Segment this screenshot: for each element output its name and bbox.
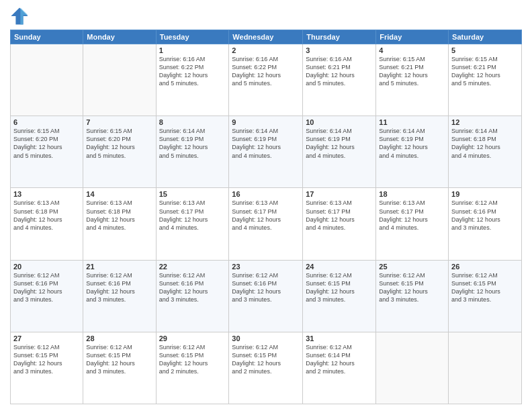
day-info: Sunrise: 6:13 AM Sunset: 6:17 PM Dayligh… (232, 199, 300, 232)
week-row-0: 1Sunrise: 6:16 AM Sunset: 6:22 PM Daylig… (11, 44, 522, 116)
day-info: Sunrise: 6:12 AM Sunset: 6:15 PM Dayligh… (13, 343, 80, 376)
day-number: 22 (159, 263, 226, 271)
day-number: 28 (86, 334, 152, 342)
day-info: Sunrise: 6:14 AM Sunset: 6:19 PM Dayligh… (159, 127, 226, 160)
day-number: 21 (86, 263, 152, 271)
calendar-cell: 23Sunrise: 6:12 AM Sunset: 6:16 PM Dayli… (229, 260, 303, 332)
day-number: 3 (306, 46, 373, 54)
day-number: 19 (451, 190, 519, 198)
day-number: 9 (232, 118, 300, 126)
weekday-header-thursday: Thursday (303, 30, 376, 44)
calendar-cell: 8Sunrise: 6:14 AM Sunset: 6:19 PM Daylig… (156, 116, 229, 188)
day-number: 27 (13, 334, 80, 342)
day-number: 2 (232, 46, 300, 54)
day-info: Sunrise: 6:14 AM Sunset: 6:18 PM Dayligh… (451, 127, 519, 160)
week-row-3: 20Sunrise: 6:12 AM Sunset: 6:16 PM Dayli… (11, 260, 522, 332)
calendar-cell: 6Sunrise: 6:15 AM Sunset: 6:20 PM Daylig… (11, 116, 83, 188)
calendar-cell: 15Sunrise: 6:13 AM Sunset: 6:17 PM Dayli… (156, 188, 229, 260)
calendar-cell: 28Sunrise: 6:12 AM Sunset: 6:15 PM Dayli… (83, 332, 156, 404)
calendar-cell: 21Sunrise: 6:12 AM Sunset: 6:16 PM Dayli… (83, 260, 156, 332)
day-info: Sunrise: 6:12 AM Sunset: 6:15 PM Dayligh… (159, 343, 226, 376)
weekday-header-sunday: Sunday (11, 30, 83, 44)
day-number: 14 (86, 190, 152, 198)
day-info: Sunrise: 6:13 AM Sunset: 6:17 PM Dayligh… (379, 199, 445, 232)
day-info: Sunrise: 6:14 AM Sunset: 6:19 PM Dayligh… (232, 127, 300, 160)
calendar-cell: 26Sunrise: 6:12 AM Sunset: 6:15 PM Dayli… (449, 260, 522, 332)
day-number: 23 (232, 263, 300, 271)
calendar-cell: 31Sunrise: 6:12 AM Sunset: 6:14 PM Dayli… (303, 332, 376, 404)
logo (10, 7, 32, 26)
week-row-1: 6Sunrise: 6:15 AM Sunset: 6:20 PM Daylig… (11, 116, 522, 188)
day-number: 8 (159, 118, 226, 126)
day-number: 24 (306, 263, 373, 271)
day-number: 20 (13, 263, 80, 271)
day-number: 11 (379, 118, 445, 126)
day-number: 5 (451, 46, 519, 54)
calendar-cell: 2Sunrise: 6:16 AM Sunset: 6:22 PM Daylig… (229, 44, 303, 116)
calendar-cell: 3Sunrise: 6:16 AM Sunset: 6:21 PM Daylig… (303, 44, 376, 116)
day-info: Sunrise: 6:12 AM Sunset: 6:16 PM Dayligh… (13, 271, 80, 304)
weekday-header-saturday: Saturday (449, 30, 522, 44)
calendar-cell: 12Sunrise: 6:14 AM Sunset: 6:18 PM Dayli… (449, 116, 522, 188)
calendar-cell: 4Sunrise: 6:15 AM Sunset: 6:21 PM Daylig… (376, 44, 449, 116)
calendar-cell: 11Sunrise: 6:14 AM Sunset: 6:19 PM Dayli… (376, 116, 449, 188)
day-number: 26 (451, 263, 519, 271)
calendar-cell: 7Sunrise: 6:15 AM Sunset: 6:20 PM Daylig… (83, 116, 156, 188)
day-number: 30 (232, 334, 300, 342)
calendar: SundayMondayTuesdayWednesdayThursdayFrid… (10, 30, 522, 404)
page: SundayMondayTuesdayWednesdayThursdayFrid… (0, 0, 532, 411)
calendar-cell (11, 44, 83, 116)
day-number: 4 (379, 46, 445, 54)
calendar-cell: 18Sunrise: 6:13 AM Sunset: 6:17 PM Dayli… (376, 188, 449, 260)
day-info: Sunrise: 6:15 AM Sunset: 6:20 PM Dayligh… (13, 127, 80, 160)
day-number: 13 (13, 190, 80, 198)
day-info: Sunrise: 6:16 AM Sunset: 6:21 PM Dayligh… (306, 55, 373, 88)
day-number: 1 (159, 46, 226, 54)
week-row-2: 13Sunrise: 6:13 AM Sunset: 6:18 PM Dayli… (11, 188, 522, 260)
day-info: Sunrise: 6:15 AM Sunset: 6:21 PM Dayligh… (379, 55, 445, 88)
calendar-cell (376, 332, 449, 404)
day-info: Sunrise: 6:16 AM Sunset: 6:22 PM Dayligh… (232, 55, 300, 88)
day-number: 7 (86, 118, 152, 126)
day-info: Sunrise: 6:15 AM Sunset: 6:21 PM Dayligh… (451, 55, 519, 88)
day-info: Sunrise: 6:12 AM Sunset: 6:15 PM Dayligh… (451, 271, 519, 304)
day-info: Sunrise: 6:12 AM Sunset: 6:16 PM Dayligh… (159, 271, 226, 304)
weekday-header-row: SundayMondayTuesdayWednesdayThursdayFrid… (11, 30, 522, 44)
calendar-cell (449, 332, 522, 404)
week-row-4: 27Sunrise: 6:12 AM Sunset: 6:15 PM Dayli… (11, 332, 522, 404)
weekday-header-wednesday: Wednesday (229, 30, 303, 44)
calendar-cell: 27Sunrise: 6:12 AM Sunset: 6:15 PM Dayli… (11, 332, 83, 404)
calendar-cell: 29Sunrise: 6:12 AM Sunset: 6:15 PM Dayli… (156, 332, 229, 404)
day-info: Sunrise: 6:15 AM Sunset: 6:20 PM Dayligh… (86, 127, 152, 160)
day-info: Sunrise: 6:12 AM Sunset: 6:16 PM Dayligh… (232, 271, 300, 304)
calendar-cell: 10Sunrise: 6:14 AM Sunset: 6:19 PM Dayli… (303, 116, 376, 188)
weekday-header-tuesday: Tuesday (156, 30, 229, 44)
day-number: 25 (379, 263, 445, 271)
day-info: Sunrise: 6:12 AM Sunset: 6:14 PM Dayligh… (306, 343, 373, 376)
day-info: Sunrise: 6:16 AM Sunset: 6:22 PM Dayligh… (159, 55, 226, 88)
weekday-header-monday: Monday (83, 30, 156, 44)
day-number: 10 (306, 118, 373, 126)
calendar-cell: 5Sunrise: 6:15 AM Sunset: 6:21 PM Daylig… (449, 44, 522, 116)
calendar-cell (83, 44, 156, 116)
day-info: Sunrise: 6:13 AM Sunset: 6:18 PM Dayligh… (86, 199, 152, 232)
calendar-cell: 13Sunrise: 6:13 AM Sunset: 6:18 PM Dayli… (11, 188, 83, 260)
day-info: Sunrise: 6:12 AM Sunset: 6:15 PM Dayligh… (232, 343, 300, 376)
logo-icon (10, 7, 29, 26)
calendar-cell: 16Sunrise: 6:13 AM Sunset: 6:17 PM Dayli… (229, 188, 303, 260)
day-number: 6 (13, 118, 80, 126)
day-info: Sunrise: 6:12 AM Sunset: 6:16 PM Dayligh… (451, 199, 519, 232)
day-info: Sunrise: 6:12 AM Sunset: 6:15 PM Dayligh… (86, 343, 152, 376)
calendar-cell: 22Sunrise: 6:12 AM Sunset: 6:16 PM Dayli… (156, 260, 229, 332)
day-info: Sunrise: 6:14 AM Sunset: 6:19 PM Dayligh… (379, 127, 445, 160)
calendar-cell: 17Sunrise: 6:13 AM Sunset: 6:17 PM Dayli… (303, 188, 376, 260)
day-info: Sunrise: 6:12 AM Sunset: 6:15 PM Dayligh… (379, 271, 445, 304)
day-info: Sunrise: 6:14 AM Sunset: 6:19 PM Dayligh… (306, 127, 373, 160)
day-info: Sunrise: 6:12 AM Sunset: 6:16 PM Dayligh… (86, 271, 152, 304)
weekday-header-friday: Friday (376, 30, 449, 44)
day-number: 12 (451, 118, 519, 126)
calendar-cell: 25Sunrise: 6:12 AM Sunset: 6:15 PM Dayli… (376, 260, 449, 332)
header (10, 7, 522, 26)
calendar-cell: 9Sunrise: 6:14 AM Sunset: 6:19 PM Daylig… (229, 116, 303, 188)
day-info: Sunrise: 6:12 AM Sunset: 6:15 PM Dayligh… (306, 271, 373, 304)
